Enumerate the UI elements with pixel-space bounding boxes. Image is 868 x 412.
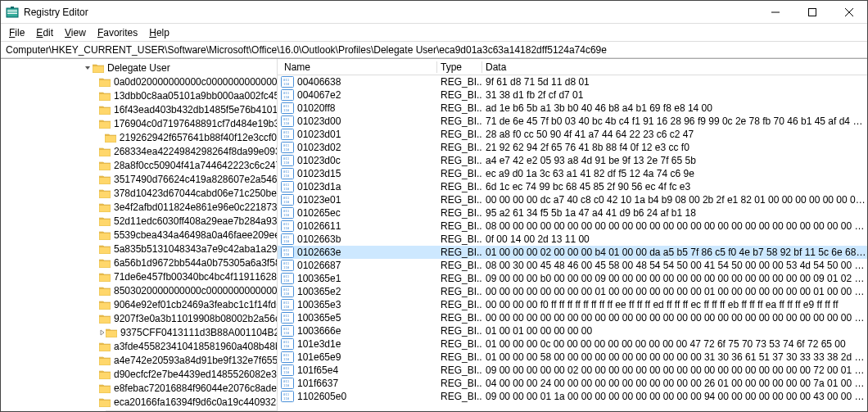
- folder-icon: [99, 272, 111, 282]
- svg-text:110: 110: [283, 161, 290, 165]
- value-row[interactable]: 011110100365e5REG_BI...00 00 00 00 00 00…: [278, 311, 867, 324]
- value-data: ec a9 d0 1a 3c 63 a1 41 82 df f5 12 4a 7…: [482, 168, 867, 179]
- tree-item[interactable]: 378d10423d67044cabd06e71c250bef3: [1, 186, 277, 200]
- value-row[interactable]: 01111001026687REG_BI...08 00 30 00 45 48…: [278, 259, 867, 272]
- value-row[interactable]: 01111001020ff8REG_BI...ad 1e b6 5b a1 3b…: [278, 102, 867, 115]
- tree-item[interactable]: 9207f3e0a3b11019908b08002b2a56c2: [1, 311, 277, 325]
- folder-icon: [99, 161, 111, 170]
- value-row[interactable]: 011110101f6637REG_BI...04 00 00 00 24 00…: [278, 377, 867, 390]
- value-row[interactable]: 01111001023d1aREG_BI...6d 1c ec 74 99 bc…: [278, 180, 867, 193]
- tree-item[interactable]: 71de6e457fb00340bc4bc4f1191162896: [1, 269, 277, 283]
- value-row[interactable]: 01111001023d15REG_BI...ec a9 d0 1a 3c 63…: [278, 167, 867, 180]
- value-type: REG_BI...: [437, 168, 482, 179]
- value-row[interactable]: 01111001023d02REG_BI...21 92 62 94 2f 65…: [278, 141, 867, 154]
- tree-item[interactable]: 5539cbea434a46498a0a46faee209eef: [1, 228, 277, 242]
- menubar: FileEditViewFavoritesHelp: [1, 24, 867, 42]
- value-row[interactable]: 011110100365e1REG_BI...09 00 00 00 b0 00…: [278, 272, 867, 285]
- value-row[interactable]: 011110010265ecREG_BI...95 a2 61 34 f5 5b…: [278, 206, 867, 220]
- tree-item[interactable]: 8503020000000000c0000000000000046: [1, 283, 277, 297]
- tree-item[interactable]: 268334ea4224984298264f8da99e0934e: [1, 144, 277, 158]
- close-button[interactable]: [830, 1, 867, 23]
- tree-item[interactable]: eca9d01a3c63a14182dff5124a74c69e: [1, 409, 277, 411]
- folder-icon: [91, 411, 102, 412]
- menu-file[interactable]: File: [4, 26, 29, 39]
- tree-item[interactable]: 3e4f2afbd011824e861e96e0c2218738: [1, 200, 277, 214]
- value-row[interactable]: 011110101e3d1eREG_BI...01 00 00 00 0c 00…: [278, 337, 867, 351]
- svg-text:110: 110: [283, 95, 290, 99]
- folder-icon: [99, 119, 111, 129]
- binary-value-icon: 011110: [281, 129, 294, 140]
- value-row[interactable]: 01111001023d01REG_BI...28 a8 f0 cc 50 90…: [278, 128, 867, 141]
- value-row[interactable]: 0111100102663eREG_BI...01 00 00 00 02 00…: [278, 246, 867, 259]
- value-row[interactable]: 011110101e65e9REG_BI...01 00 00 00 58 00…: [278, 351, 867, 364]
- expander-closed-icon[interactable]: [99, 329, 106, 336]
- minimize-button[interactable]: [757, 1, 793, 23]
- value-data: 28 a8 f0 cc 50 90 4f 41 a7 44 64 22 23 c…: [482, 129, 867, 140]
- value-row[interactable]: 01111001023d00REG_BI...71 de 6e 45 7f b0…: [278, 115, 867, 128]
- value-row[interactable]: 011110101f65e4REG_BI...09 00 00 00 00 00…: [278, 364, 867, 377]
- folder-icon: [99, 188, 111, 198]
- column-header-data[interactable]: Data: [482, 61, 867, 73]
- tree-label: 268334ea4224984298264f8da99e0934e: [114, 146, 278, 157]
- binary-value-icon: 011110: [281, 312, 294, 324]
- value-row[interactable]: 01111001023d0cREG_BI...a4 e7 42 e2 05 93…: [278, 154, 867, 167]
- tree-item[interactable]: 5a835b5131048343a7e9c42aba1a2940: [1, 242, 277, 256]
- value-row[interactable]: 01111001023e01REG_BI...00 00 00 00 dc a7…: [278, 193, 867, 206]
- address-bar[interactable]: Computer\HKEY_CURRENT_USER\Software\Micr…: [1, 42, 867, 58]
- tree-item[interactable]: 16f43ead403b432db1485f5e76b4101d: [1, 102, 277, 116]
- value-row[interactable]: 011110100365e3REG_BI...00 00 00 00 f0 ff…: [278, 298, 867, 311]
- value-type: REG_BI...: [437, 129, 482, 140]
- svg-text:110: 110: [283, 383, 290, 387]
- tree-item[interactable]: 52d11edc6030ff408a29eae7b284a93f: [1, 214, 277, 228]
- tree-pane[interactable]: Delegate User0a0d020000000000c0000000000…: [1, 59, 278, 411]
- value-row[interactable]: 01111000406638REG_BI...9f 61 d8 71 5d 11…: [278, 75, 867, 88]
- value-name: 01026687: [297, 260, 341, 271]
- expander-open-icon[interactable]: [83, 65, 93, 71]
- tree-item[interactable]: 9064e92ef01cb2469a3feabc1c1f14fd6: [1, 297, 277, 311]
- folder-icon: [93, 63, 104, 73]
- tree-item[interactable]: 13dbb0c8aa05101a9bb000aa002fc45a: [1, 88, 277, 102]
- value-row[interactable]: 011110004067e2REG_BI...31 38 d1 fb 2f cf…: [278, 88, 867, 102]
- tree-item[interactable]: 176904c0d7197648891cf7d484e19b33: [1, 116, 277, 130]
- tree-label: Delegate User: [107, 62, 170, 74]
- menu-view[interactable]: View: [60, 26, 91, 39]
- tree-item[interactable]: e8febac72016884f96044e2076c8adef: [1, 381, 277, 395]
- tree-label: 219262942f657641b88f40f12e3ccf0: [120, 132, 277, 143]
- column-headers: Name Type Data: [278, 59, 867, 75]
- value-row[interactable]: 01111001026611REG_BI...08 00 00 00 00 00…: [278, 220, 867, 233]
- menu-edit[interactable]: Edit: [31, 26, 58, 39]
- tree-item[interactable]: a3fde455823410418581960a408b48b6: [1, 339, 277, 353]
- svg-text:110: 110: [283, 213, 290, 217]
- tree-item[interactable]: 6a56b1d9672bb544a0b75305a6a3f58d: [1, 256, 277, 269]
- svg-text:110: 110: [283, 292, 290, 296]
- registry-values-pane[interactable]: Name Type Data 01111000406638REG_BI...9f…: [278, 59, 867, 411]
- folder-icon: [99, 216, 111, 226]
- tree-item[interactable]: Delegate User: [1, 61, 277, 75]
- tree-item[interactable]: eca20166fa16394f9d6c0a19c4409323: [1, 395, 277, 409]
- value-type: REG_BI...: [437, 207, 482, 219]
- tree-label: 28a8f0cc50904f41a744642223c6c247: [114, 160, 278, 171]
- tree-item[interactable]: a4e742e20593a84d91be9f132e7f655b: [1, 353, 277, 367]
- svg-rect-2: [7, 11, 17, 12]
- value-name: 100365e2: [297, 286, 341, 297]
- tree-item[interactable]: 219262942f657641b88f40f12e3ccf0: [1, 130, 277, 144]
- tree-item[interactable]: 3517490d76624c419a828607e2a54641: [1, 172, 277, 186]
- menu-favorites[interactable]: Favorites: [93, 26, 142, 39]
- maximize-button[interactable]: [793, 1, 830, 23]
- svg-rect-3: [7, 13, 17, 14]
- value-row[interactable]: 0111101102605e0REG_BI...09 00 00 00 01 1…: [278, 390, 867, 403]
- column-header-type[interactable]: Type: [437, 61, 482, 73]
- menu-help[interactable]: Help: [144, 26, 174, 39]
- value-row[interactable]: 0111100102663bREG_BI...0f 00 14 00 2d 13…: [278, 233, 867, 246]
- value-name: 100365e3: [297, 299, 341, 310]
- svg-text:110: 110: [283, 396, 290, 401]
- folder-icon: [99, 174, 111, 184]
- value-row[interactable]: 0111101003666eREG_BI...01 00 01 00 00 00…: [278, 324, 867, 337]
- tree-item[interactable]: 28a8f0cc50904f41a744642223c6c247: [1, 158, 277, 172]
- column-header-name[interactable]: Name: [278, 61, 437, 73]
- tree-item[interactable]: 0a0d020000000000c0000000000000046: [1, 75, 277, 88]
- tree-item[interactable]: 9375CFF0413111d3B88A001104B2A6676: [1, 325, 277, 339]
- binary-value-icon: 011110: [281, 338, 294, 350]
- value-row[interactable]: 011110100365e2REG_BI...00 00 00 00 00 00…: [278, 285, 867, 298]
- tree-item[interactable]: d90ecfcf2e7be4439ed1485526082e3f: [1, 367, 277, 381]
